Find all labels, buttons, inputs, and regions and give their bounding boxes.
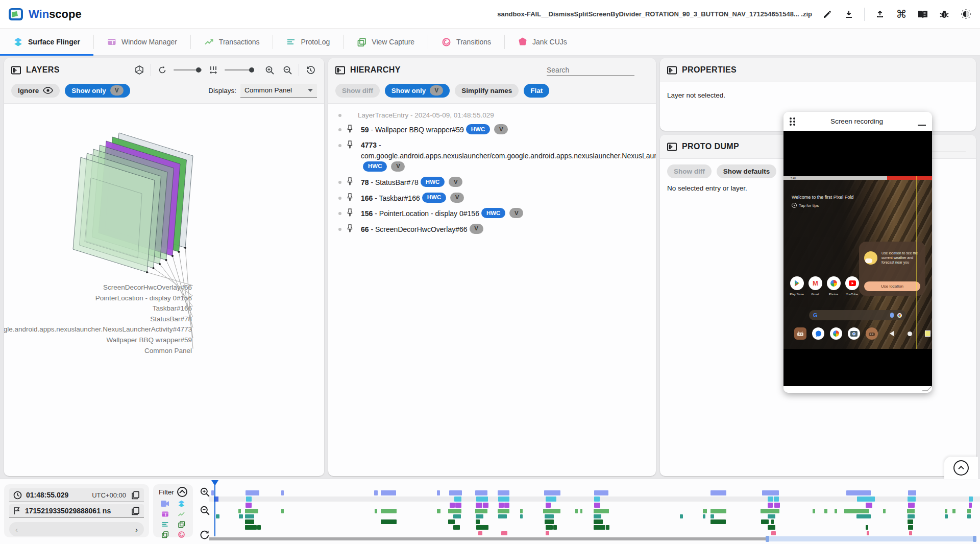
tab-window-manager[interactable]: Window Manager bbox=[94, 29, 190, 55]
show-defaults-button[interactable]: Show defaults bbox=[717, 164, 777, 178]
rotation-icon[interactable] bbox=[156, 63, 169, 77]
report-bug-icon[interactable] bbox=[938, 8, 950, 20]
zoom-in-icon[interactable] bbox=[263, 63, 276, 77]
pin-icon[interactable] bbox=[347, 125, 353, 133]
hierarchy-row[interactable]: 156 - PointerLocation - display 0#156HWC… bbox=[331, 206, 649, 222]
tab-transitions[interactable]: Transitions bbox=[428, 29, 504, 55]
transitions-block bbox=[501, 531, 507, 535]
camera-icon[interactable] bbox=[848, 327, 860, 340]
timeline-strip[interactable] bbox=[0, 479, 980, 544]
lines-icon bbox=[286, 37, 296, 46]
panel-split-icon bbox=[667, 143, 677, 151]
reset-view-icon[interactable] bbox=[304, 63, 317, 77]
flat-button[interactable]: Flat bbox=[524, 84, 549, 98]
view-capture-2-block bbox=[606, 525, 609, 530]
overview-right-handle[interactable] bbox=[973, 536, 976, 542]
protolog-block bbox=[856, 514, 871, 518]
collapse-timeline-button[interactable] bbox=[953, 460, 969, 476]
pin-icon[interactable] bbox=[347, 177, 353, 185]
displays-label: Displays: bbox=[208, 87, 236, 94]
spacing-icon[interactable] bbox=[207, 63, 220, 77]
spacing-slider[interactable] bbox=[225, 69, 253, 70]
nav-overview-icon[interactable] bbox=[925, 330, 930, 337]
dock-app-icon[interactable] bbox=[794, 327, 806, 340]
documentation-icon[interactable] bbox=[917, 8, 929, 20]
protolog-block bbox=[545, 514, 554, 518]
timeline-cursor-line[interactable] bbox=[214, 485, 215, 536]
use-location-button[interactable]: Use location bbox=[864, 281, 920, 291]
upload-icon[interactable] bbox=[874, 8, 886, 20]
minimize-icon[interactable] bbox=[918, 117, 926, 126]
hierarchy-row[interactable]: 166 - Taskbar#166HWCV bbox=[331, 191, 649, 206]
hierarchy-root[interactable]: LayerTraceEntry - 2024-05-09, 01:48:55.0… bbox=[331, 109, 649, 122]
show-only-v-button[interactable]: Show only V bbox=[385, 84, 450, 98]
rotation-slider[interactable] bbox=[174, 69, 202, 70]
window-manager-block bbox=[246, 503, 252, 508]
ignore-button[interactable]: Ignore bbox=[11, 84, 60, 98]
pin-icon[interactable] bbox=[347, 193, 353, 201]
show-diff-button[interactable]: Show diff bbox=[667, 164, 712, 178]
protolog-block bbox=[520, 514, 523, 518]
overview-left-handle[interactable] bbox=[766, 536, 769, 542]
layers-3d-view[interactable]: ScreenDecorHwcOverlay#66PointerLocation … bbox=[4, 104, 324, 476]
android-circle-icon[interactable] bbox=[866, 327, 878, 340]
screen-recording-block bbox=[211, 490, 214, 495]
zoom-out-icon[interactable] bbox=[281, 63, 294, 77]
timeline-overview-selection[interactable] bbox=[766, 536, 976, 541]
tab-view-capture[interactable]: View Capture bbox=[344, 29, 428, 55]
panel-split-icon bbox=[11, 66, 21, 75]
tab-protolog[interactable]: ProtoLog bbox=[273, 29, 343, 55]
pin-icon[interactable] bbox=[347, 140, 353, 149]
photos-icon[interactable] bbox=[827, 276, 841, 290]
show-only-v-button[interactable]: Show only V bbox=[65, 84, 130, 98]
properties-panel-title: PROPERTIES bbox=[682, 65, 737, 75]
chrome-icon[interactable] bbox=[830, 327, 842, 340]
nav-back-icon[interactable] bbox=[890, 331, 894, 336]
youtube-icon[interactable] bbox=[845, 276, 859, 290]
hierarchy-row[interactable]: 59 - Wallpaper BBQ wrapper#59HWCV bbox=[331, 122, 649, 138]
nav-home-icon[interactable] bbox=[908, 332, 912, 336]
timeline-section: 01:48:55.029 UTC+00:00 17152193350298880… bbox=[0, 479, 980, 544]
dark-mode-icon[interactable] bbox=[960, 8, 972, 20]
3d-view-icon[interactable] bbox=[133, 63, 146, 77]
hierarchy-row[interactable]: 78 - StatusBar#78HWCV bbox=[331, 175, 649, 191]
top-bar: Winscope sandbox-FAIL__DismissSplitScree… bbox=[0, 0, 980, 28]
pin-icon[interactable] bbox=[347, 208, 353, 217]
tab-surface-flinger[interactable]: Surface Flinger bbox=[0, 29, 93, 55]
view-capture-2-block bbox=[453, 525, 460, 530]
pin-icon[interactable] bbox=[347, 224, 353, 232]
surface-flinger-block bbox=[969, 496, 973, 502]
layer-3d-label: Taskbar#166 bbox=[153, 304, 192, 312]
protolog-block bbox=[453, 514, 461, 518]
tab-transactions[interactable]: Transactions bbox=[191, 29, 273, 55]
gmail-icon[interactable]: M bbox=[808, 276, 822, 290]
transactions-block bbox=[580, 509, 582, 513]
drag-handle-icon[interactable] bbox=[790, 117, 796, 126]
show-diff-button[interactable]: Show diff bbox=[335, 84, 380, 98]
screen-recording-titlebar[interactable]: Screen recording bbox=[783, 112, 932, 131]
mic-icon[interactable] bbox=[890, 313, 894, 318]
messages-icon[interactable] bbox=[812, 327, 824, 340]
hwc-chip: HWC bbox=[421, 177, 445, 187]
play-store-icon[interactable] bbox=[790, 276, 804, 290]
lens-icon[interactable] bbox=[897, 313, 902, 318]
screen-recording-window[interactable]: Screen recording 5:48 Welcome to the fir… bbox=[783, 112, 932, 393]
shortcuts-icon[interactable]: ⌘ bbox=[895, 8, 908, 20]
window-manager-block bbox=[594, 503, 600, 508]
edit-icon[interactable] bbox=[821, 8, 834, 20]
resize-handle-icon[interactable] bbox=[922, 386, 933, 391]
tab-jank-cujs[interactable]: Jank CUJs bbox=[505, 29, 580, 55]
surface-flinger-block bbox=[857, 496, 875, 502]
displays-select[interactable]: Common Panel bbox=[240, 84, 317, 98]
v-badge: V bbox=[110, 85, 124, 96]
google-search-bar[interactable]: G bbox=[809, 310, 906, 320]
transactions-block bbox=[945, 509, 947, 513]
transactions-block bbox=[835, 509, 837, 513]
download-icon[interactable] bbox=[843, 8, 855, 20]
window-manager-block bbox=[546, 503, 551, 508]
hierarchy-row[interactable]: 4773 - com.google.android.apps.nexuslaun… bbox=[331, 138, 649, 175]
hierarchy-search-input[interactable] bbox=[547, 65, 634, 76]
simplify-names-button[interactable]: Simplify names bbox=[455, 84, 519, 98]
timeline-overview-bar[interactable] bbox=[209, 537, 766, 540]
hierarchy-row[interactable]: 66 - ScreenDecorHwcOverlay#66V bbox=[331, 222, 649, 238]
